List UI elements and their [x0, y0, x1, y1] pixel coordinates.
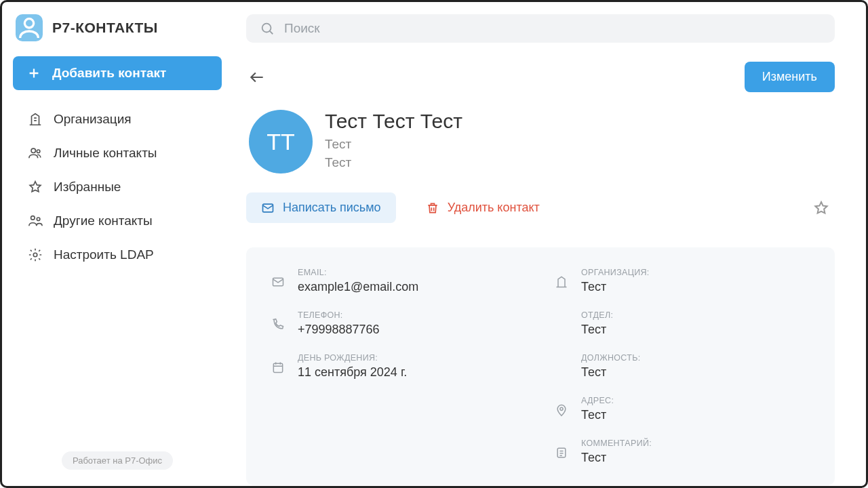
brand-logo-icon — [16, 14, 43, 41]
powered-by: Работает на Р7-Офис — [62, 451, 173, 470]
contact-name: Тест Тест Тест — [325, 110, 462, 133]
edit-button[interactable]: Изменить — [745, 62, 835, 92]
sidebar-item-label: Избранные — [54, 180, 121, 195]
svg-point-10 — [560, 407, 563, 410]
field-birthday: ДЕНЬ РОЖДЕНИЯ: 11 сентября 2024 г. — [271, 353, 527, 380]
group-icon — [28, 214, 43, 228]
search-icon — [260, 21, 275, 36]
field-comment: КОММЕНТАРИЙ: Тест — [554, 439, 810, 465]
building-icon — [28, 112, 43, 127]
field-organization: ОРГАНИЗАЦИЯ: Тест — [554, 268, 810, 294]
field-label: ОРГАНИЗАЦИЯ: — [581, 268, 810, 277]
field-label: ОТДЕЛ: — [581, 310, 810, 320]
details-card: EMAIL: example1@email.com ТЕЛЕФОН: +7999… — [246, 247, 835, 485]
field-label: КОММЕНТАРИЙ: — [581, 439, 810, 448]
pin-icon — [554, 403, 569, 418]
contact-subtitle-1: Тест — [325, 136, 462, 154]
plus-icon — [26, 66, 41, 81]
note-icon — [554, 445, 569, 460]
field-value: +79998887766 — [298, 323, 527, 337]
svg-rect-9 — [273, 363, 282, 372]
sidebar-item-label: Личные контакты — [54, 146, 157, 161]
field-value: Тест — [581, 323, 810, 337]
field-value: example1@email.com — [298, 280, 527, 294]
trash-icon — [426, 201, 439, 215]
field-label: ТЕЛЕФОН: — [298, 310, 527, 320]
svg-point-5 — [33, 253, 37, 257]
brand: Р7-КОНТАКТЫ — [13, 14, 222, 41]
gear-icon — [28, 247, 43, 262]
arrow-left-icon — [248, 68, 266, 86]
phone-icon — [271, 317, 285, 332]
mail-icon — [271, 274, 285, 289]
contact-header: ТТ Тест Тест Тест Тест Тест — [246, 110, 835, 174]
sidebar: Р7-КОНТАКТЫ Добавить контакт Организация… — [2, 2, 233, 486]
details-left-column: EMAIL: example1@email.com ТЕЛЕФОН: +7999… — [271, 268, 527, 465]
field-value: Тест — [581, 408, 810, 422]
search-box[interactable] — [246, 14, 835, 43]
field-label: ДОЛЖНОСТЬ: — [581, 353, 810, 363]
avatar: ТТ — [249, 110, 313, 174]
field-address: АДРЕС: Тест — [554, 396, 810, 422]
field-label: EMAIL: — [298, 268, 527, 277]
svg-point-4 — [37, 218, 40, 221]
field-position: ДОЛЖНОСТЬ: Тест — [554, 353, 810, 380]
field-value: 11 сентября 2024 г. — [298, 365, 527, 380]
sidebar-item-label: Другие контакты — [54, 214, 153, 228]
brand-title: Р7-КОНТАКТЫ — [52, 20, 158, 36]
field-department: ОТДЕЛ: Тест — [554, 310, 810, 337]
main-content: Изменить ТТ Тест Тест Тест Тест Тест Нап… — [233, 2, 866, 486]
sidebar-nav: Организация Личные контакты Избранные Др… — [13, 104, 222, 270]
toolbar: Изменить — [246, 62, 835, 92]
field-phone: ТЕЛЕФОН: +79998887766 — [271, 310, 527, 337]
star-outline-icon — [813, 200, 829, 216]
svg-point-3 — [31, 216, 35, 220]
field-email: EMAIL: example1@email.com — [271, 268, 527, 294]
favorite-button[interactable] — [812, 199, 831, 218]
users-icon — [28, 146, 43, 161]
back-button[interactable] — [246, 66, 268, 88]
field-value: Тест — [581, 280, 810, 294]
calendar-icon — [271, 360, 285, 375]
field-value: Тест — [581, 451, 810, 465]
actions-row: Написать письмо Удалить контакт — [246, 192, 835, 223]
star-icon — [28, 180, 43, 195]
svg-point-1 — [31, 148, 35, 152]
svg-point-0 — [24, 19, 33, 28]
building-icon — [554, 274, 569, 289]
sidebar-item-favorites[interactable]: Избранные — [13, 171, 222, 203]
mail-icon — [261, 201, 275, 215]
write-email-button[interactable]: Написать письмо — [246, 192, 396, 223]
field-label: ДЕНЬ РОЖДЕНИЯ: — [298, 353, 527, 363]
contact-name-block: Тест Тест Тест Тест Тест — [325, 110, 462, 171]
search-input[interactable] — [284, 21, 821, 36]
sidebar-item-label: Настроить LDAP — [54, 247, 154, 262]
sidebar-item-ldap[interactable]: Настроить LDAP — [13, 239, 222, 270]
delete-contact-label: Удалить контакт — [448, 201, 540, 215]
contact-subtitle-2: Тест — [325, 154, 462, 172]
write-email-label: Написать письмо — [283, 201, 381, 215]
field-value: Тест — [581, 365, 810, 380]
sidebar-item-other[interactable]: Другие контакты — [13, 205, 222, 237]
sidebar-item-personal[interactable]: Личные контакты — [13, 138, 222, 169]
details-right-column: ОРГАНИЗАЦИЯ: Тест ОТДЕЛ: Тест ДОЛЖНОСТЬ: — [554, 268, 810, 465]
delete-contact-button[interactable]: Удалить контакт — [411, 192, 555, 223]
add-contact-label: Добавить контакт — [52, 66, 166, 81]
sidebar-item-label: Организация — [54, 112, 132, 127]
svg-point-2 — [37, 150, 40, 153]
field-label: АДРЕС: — [581, 396, 810, 405]
add-contact-button[interactable]: Добавить контакт — [13, 56, 222, 90]
sidebar-item-organization[interactable]: Организация — [13, 104, 222, 135]
svg-point-6 — [262, 24, 271, 33]
